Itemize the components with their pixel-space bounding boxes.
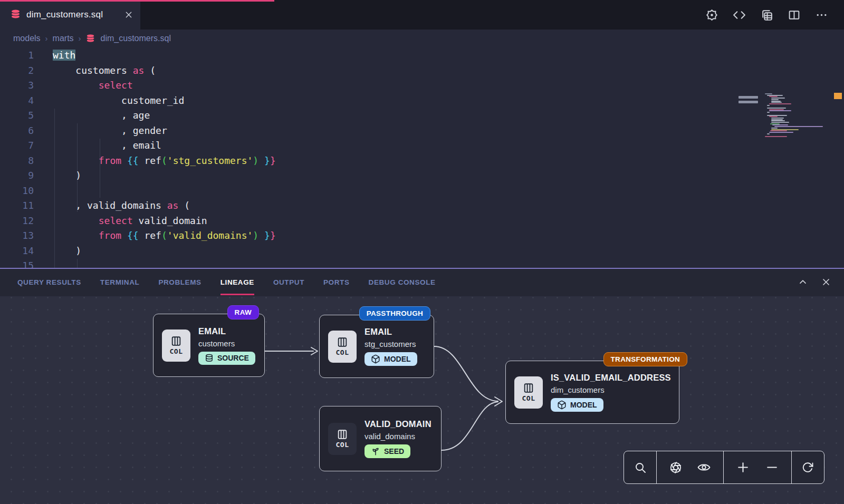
- lineage-node-stg_customers[interactable]: PASSTHROUGHCOLEMAILstg_customersMODEL: [319, 315, 434, 378]
- panel-tab-terminal[interactable]: TERMINAL: [100, 269, 140, 295]
- eye-icon[interactable]: [694, 461, 714, 474]
- minimap[interactable]: [753, 93, 832, 141]
- node-subtitle: dim_customers: [551, 385, 671, 394]
- line-text: from {{ ref('valid_domains') }}: [34, 228, 276, 244]
- minimap-line: [769, 132, 793, 133]
- line-text: from {{ ref('stg_customers') }}: [34, 153, 276, 169]
- breadcrumb-item-models[interactable]: models: [13, 34, 41, 43]
- refresh-icon[interactable]: [798, 461, 817, 474]
- code-editor[interactable]: 1with2 customers as (3 select4 customer_…: [0, 47, 844, 268]
- node-badge-transformation: TRANSFORMATION: [603, 352, 687, 366]
- sprout-icon: [371, 447, 380, 456]
- code-line: 9 ): [0, 168, 844, 183]
- line-text: ): [34, 244, 81, 259]
- line-text: customer_id: [34, 93, 184, 109]
- node-body: IS_VALID_EMAIL_ADDRESSdim_customersMODEL: [551, 373, 671, 412]
- column-chip-label: COL: [336, 441, 349, 449]
- minimap-line: [771, 99, 779, 100]
- columns-icon: [337, 429, 348, 440]
- split-editor-icon[interactable]: [788, 8, 801, 22]
- overview-ruler-mark: [738, 96, 758, 99]
- breadcrumb-separator: ›: [45, 34, 48, 43]
- minimap-line: [767, 95, 783, 96]
- panel-tab-debug-console[interactable]: DEBUG CONSOLE: [369, 269, 436, 295]
- copy-table-icon[interactable]: [760, 8, 773, 22]
- column-chip-label: COL: [522, 394, 535, 402]
- column-chip-label: COL: [170, 347, 183, 355]
- line-number: 12: [0, 214, 34, 229]
- minimap-line: [774, 126, 823, 127]
- overview-ruler-mark: [738, 101, 758, 103]
- toolbar-section: [792, 451, 823, 483]
- code-line: 13 from {{ ref('valid_domains') }}: [0, 228, 844, 244]
- tab-dim-customers[interactable]: dim_customers.sql: [0, 0, 140, 30]
- dbt-logo-icon[interactable]: [705, 8, 718, 22]
- panel-tab-lineage[interactable]: LINEAGE: [220, 269, 254, 295]
- chip-label: SOURCE: [217, 354, 249, 362]
- toolbar-section: [724, 451, 792, 483]
- breadcrumb-item-marts[interactable]: marts: [53, 34, 74, 43]
- close-icon[interactable]: [821, 277, 831, 287]
- line-number: 4: [0, 93, 34, 109]
- lineage-node-customers[interactable]: RAWCOLEMAILcustomersSOURCE: [153, 314, 265, 377]
- column-chip[interactable]: COL: [162, 329, 190, 362]
- node-title: IS_VALID_EMAIL_ADDRESS: [551, 373, 671, 383]
- node-badge-raw: RAW: [227, 305, 259, 319]
- minimap-line: [770, 130, 787, 131]
- node-type-chip-source: SOURCE: [198, 352, 255, 365]
- tab-close-icon[interactable]: [124, 11, 133, 19]
- node-type-chip-model: MODEL: [365, 352, 417, 366]
- more-icon[interactable]: [815, 8, 828, 22]
- line-text: , email: [34, 138, 161, 153]
- active-tab-accent-line: [0, 0, 274, 2]
- chevron-up-icon[interactable]: [798, 277, 808, 287]
- arrowhead-icon: [311, 347, 318, 355]
- arrowhead-icon: [495, 397, 502, 406]
- minimap-line: [769, 116, 778, 117]
- lineage-toolbar: [624, 451, 824, 484]
- code-line: 14 ): [0, 244, 844, 259]
- line-number: 1: [0, 48, 34, 63]
- zoom-in-icon[interactable]: [733, 461, 753, 474]
- breadcrumb-item-file[interactable]: dim_customers.sql: [101, 34, 171, 43]
- minimap-line: [771, 119, 783, 120]
- column-chip[interactable]: COL: [328, 423, 357, 455]
- toolbar-section: [624, 451, 657, 483]
- lineage-node-dim_customers[interactable]: TRANSFORMATIONCOLIS_VALID_EMAIL_ADDRESSd…: [505, 361, 679, 424]
- code-line: 6 , gender: [0, 123, 844, 139]
- line-number: 6: [0, 123, 34, 139]
- editor-actions: [705, 0, 844, 30]
- node-title: VALID_DOMAIN: [365, 419, 431, 429]
- chip-label: SEED: [384, 447, 404, 455]
- zoom-out-icon[interactable]: [762, 461, 782, 474]
- node-subtitle: valid_domains: [365, 432, 431, 441]
- code-line: 2 customers as (: [0, 63, 844, 79]
- node-badge-passthrough: PASSTHROUGH: [359, 306, 430, 321]
- database-icon: [86, 34, 95, 43]
- panel-tab-ports[interactable]: PORTS: [323, 269, 350, 295]
- column-chip[interactable]: COL: [328, 331, 357, 363]
- lineage-canvas[interactable]: RAWCOLEMAILcustomersSOURCEPASSTHROUGHCOL…: [0, 296, 844, 504]
- column-chip[interactable]: COL: [514, 376, 543, 409]
- minimap-line: [772, 124, 788, 125]
- minimap-line: [765, 93, 772, 94]
- database-icon: [11, 9, 21, 21]
- node-title: EMAIL: [365, 327, 417, 337]
- minimap-line: [771, 120, 785, 121]
- aperture-icon[interactable]: [666, 461, 685, 474]
- minimap-cursor-marker: [834, 93, 842, 99]
- panel-tab-output[interactable]: OUTPUT: [273, 269, 304, 295]
- line-number: 3: [0, 78, 34, 93]
- search-icon[interactable]: [631, 461, 650, 474]
- line-text: [34, 183, 53, 199]
- minimap-line: [770, 123, 780, 124]
- code-line: 4 customer_id: [0, 93, 844, 109]
- line-number: 11: [0, 198, 34, 214]
- panel-tab-problems[interactable]: PROBLEMS: [158, 269, 201, 295]
- line-number: 5: [0, 108, 34, 123]
- lineage-node-valid_domains[interactable]: COLVALID_DOMAINvalid_domainsSEED: [319, 406, 442, 471]
- code-icon[interactable]: [733, 8, 746, 22]
- line-number: 15: [0, 258, 34, 268]
- panel-tab-query-results[interactable]: QUERY RESULTS: [17, 269, 81, 295]
- code-line: 3 select: [0, 78, 844, 93]
